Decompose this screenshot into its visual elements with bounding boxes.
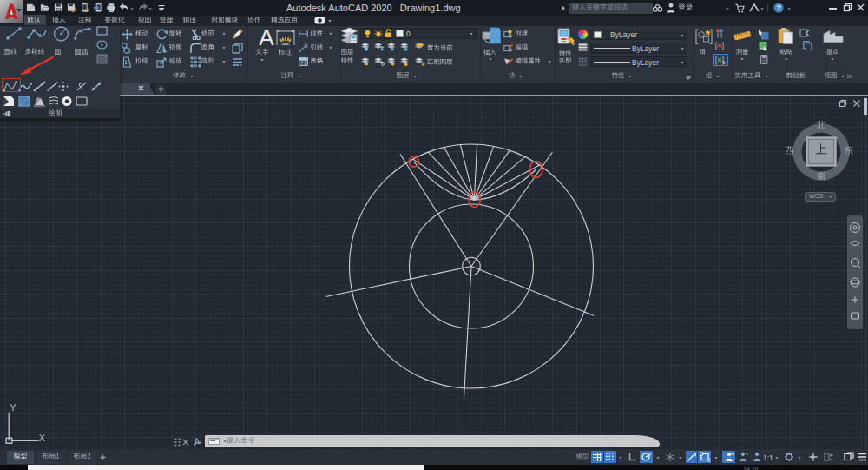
svg-text:Y: Y — [10, 402, 16, 413]
svg-text:X: X — [39, 433, 46, 443]
